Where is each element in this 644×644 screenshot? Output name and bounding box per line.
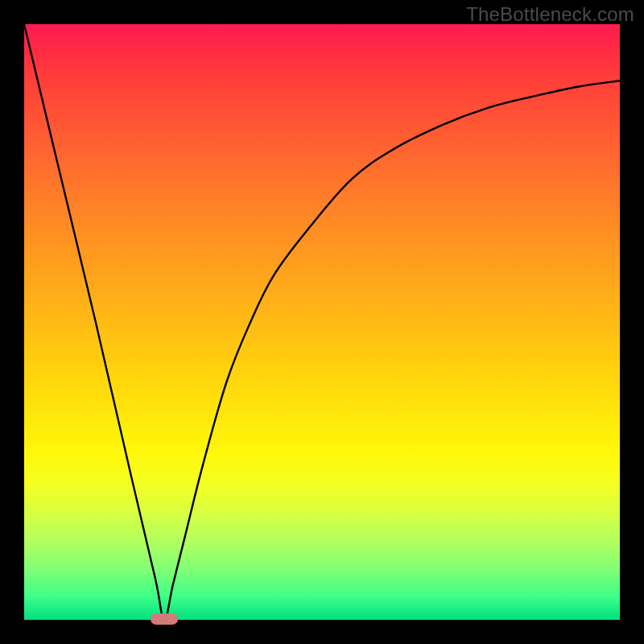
bottleneck-curve: [24, 24, 620, 620]
plot-area: [24, 24, 620, 620]
chart-frame: TheBottleneck.com: [0, 0, 644, 644]
optimal-point-marker: [151, 613, 178, 625]
watermark-text: TheBottleneck.com: [466, 3, 634, 26]
